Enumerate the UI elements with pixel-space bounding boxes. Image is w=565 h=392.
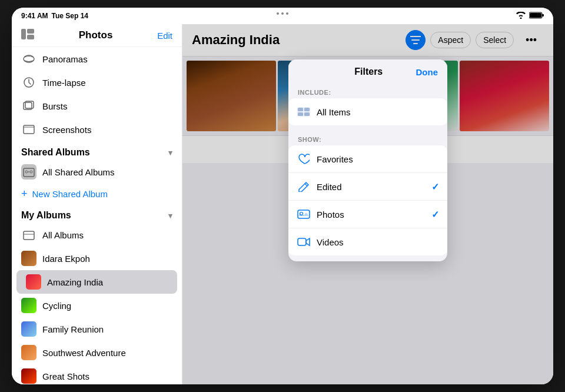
shared-albums-chevron: ▾: [168, 148, 172, 157]
favorites-filter[interactable]: Favorites: [288, 145, 447, 173]
my-albums-title: My Albums: [21, 210, 71, 221]
videos-label: Videos: [317, 237, 439, 247]
all-albums-icon: [21, 227, 36, 242]
sidebar: Photos Edit Panoramas: [12, 24, 182, 384]
india-thumbnail: [26, 274, 41, 290]
southwest-thumbnail: [21, 345, 36, 360]
wifi-icon: [516, 12, 526, 21]
new-shared-album-label: New Shared Album: [32, 189, 108, 199]
videos-filter[interactable]: Videos: [288, 228, 447, 255]
all-items-label: All Items: [317, 107, 439, 117]
show-group: Favorites Edited ✓: [288, 145, 447, 255]
timelapse-icon: [21, 75, 36, 90]
all-items-filter[interactable]: All Items: [288, 98, 447, 125]
my-albums-chevron: ▾: [168, 211, 172, 220]
sidebar-item-cycling[interactable]: Cycling: [12, 294, 182, 317]
family-label: Family Reunion: [42, 324, 104, 334]
sidebar-item-amazing-india[interactable]: Amazing India: [16, 270, 177, 294]
sidebar-item-southwest[interactable]: Southwest Adventure: [12, 341, 182, 364]
svg-rect-19: [304, 112, 310, 116]
filters-header: Filters Done: [288, 59, 447, 84]
svg-rect-1: [530, 13, 541, 18]
battery-status: [529, 12, 544, 21]
include-label: INCLUDE:: [288, 84, 447, 98]
southwest-label: Southwest Adventure: [42, 348, 126, 358]
family-thumbnail: [21, 321, 36, 337]
svg-rect-14: [24, 231, 34, 240]
sidebar-header: Photos Edit: [12, 24, 182, 47]
sidebar-item-screenshots[interactable]: Screenshots: [12, 118, 182, 141]
svg-rect-2: [542, 14, 544, 16]
timelapse-label: Time-lapse: [42, 78, 86, 88]
edited-check: ✓: [431, 181, 439, 192]
svg-rect-22: [298, 238, 306, 245]
svg-point-12: [25, 171, 28, 173]
sidebar-item-family-reunion[interactable]: Family Reunion: [12, 317, 182, 341]
idara-thumbnail: [21, 251, 36, 266]
sidebar-layout-icon: [21, 29, 34, 42]
bursts-label: Bursts: [42, 101, 68, 111]
photo-icon: [297, 207, 311, 221]
photos-label: Photos: [317, 210, 426, 220]
svg-rect-5: [27, 35, 34, 39]
filters-panel: Filters Done INCLUDE:: [288, 59, 447, 261]
main-layout: Photos Edit Panoramas: [12, 24, 553, 384]
include-group: All Items: [288, 98, 447, 125]
filters-title: Filters: [321, 67, 416, 77]
status-right: [516, 12, 544, 21]
edited-filter[interactable]: Edited ✓: [288, 173, 447, 201]
svg-rect-18: [298, 112, 303, 116]
date: Tue Sep 14: [52, 12, 88, 20]
sidebar-title: Photos: [79, 29, 113, 41]
sidebar-item-panoramas[interactable]: Panoramas: [12, 47, 182, 71]
all-albums-label: All Albums: [42, 230, 84, 240]
sidebar-item-bursts[interactable]: Bursts: [12, 94, 182, 118]
content-area: Amazing India Aspect Select •••: [182, 24, 553, 384]
show-label: SHOW:: [288, 131, 447, 145]
sidebar-item-great-shots[interactable]: Great Shots: [12, 364, 182, 384]
top-dots: [277, 12, 288, 15]
screenshots-icon: [21, 122, 36, 137]
svg-rect-16: [298, 108, 303, 111]
idara-label: Idara Ekpoh: [42, 254, 90, 264]
my-albums-section: My Albums ▾: [12, 204, 182, 223]
svg-rect-4: [27, 29, 34, 34]
panorama-icon: [21, 51, 36, 67]
status-bar: 9:41 AM Tue Sep 14: [12, 8, 553, 24]
cycling-thumbnail: [21, 298, 36, 313]
all-shared-icon: [21, 164, 36, 180]
shared-albums-section: Shared Albums ▾: [12, 141, 182, 160]
svg-rect-3: [21, 29, 26, 39]
great-shots-label: Great Shots: [42, 371, 89, 381]
svg-rect-17: [304, 108, 310, 111]
svg-point-13: [30, 171, 32, 173]
filters-done-button[interactable]: Done: [416, 67, 438, 77]
india-label: Amazing India: [47, 277, 103, 287]
all-items-icon: [297, 105, 311, 119]
time: 9:41 AM: [21, 12, 48, 20]
sidebar-item-timelapse[interactable]: Time-lapse: [12, 71, 182, 94]
great-shots-thumbnail: [21, 368, 36, 384]
ipad-device: 9:41 AM Tue Sep 14: [12, 8, 553, 384]
sidebar-item-idara[interactable]: Idara Ekpoh: [12, 247, 182, 270]
edited-icon: [297, 180, 311, 194]
panoramas-label: Panoramas: [42, 54, 88, 64]
sidebar-item-all-shared[interactable]: All Shared Albums: [12, 160, 182, 184]
photos-check: ✓: [431, 209, 439, 220]
all-shared-label: All Shared Albums: [42, 167, 115, 177]
edited-label: Edited: [317, 182, 426, 192]
edit-button[interactable]: Edit: [157, 31, 172, 41]
filters-overlay: Filters Done INCLUDE:: [182, 24, 553, 384]
favorites-label: Favorites: [317, 154, 439, 164]
svg-rect-11: [24, 168, 34, 177]
new-shared-album-button[interactable]: + New Shared Album: [12, 184, 182, 204]
shared-albums-title: Shared Albums: [21, 147, 90, 158]
photos-filter[interactable]: Photos ✓: [288, 201, 447, 228]
status-left: 9:41 AM Tue Sep 14: [21, 12, 88, 20]
svg-rect-10: [24, 125, 34, 134]
sidebar-item-all-albums[interactable]: All Albums: [12, 223, 182, 247]
cycling-label: Cycling: [42, 301, 71, 311]
heart-icon: [297, 152, 311, 166]
video-icon: [297, 235, 311, 249]
bursts-icon: [21, 98, 36, 114]
